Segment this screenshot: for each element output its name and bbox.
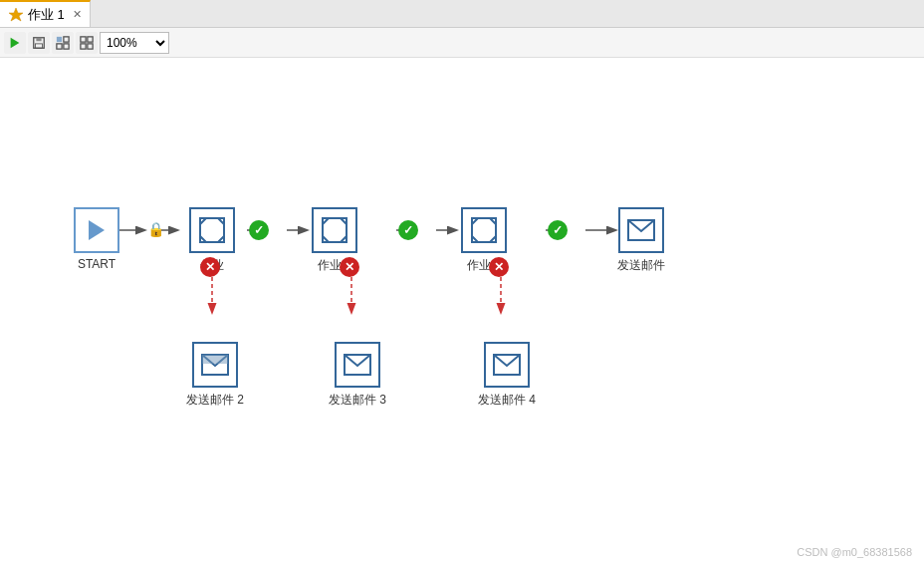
mail2-envelope-icon	[201, 354, 229, 376]
tab-job1[interactable]: 作业 1 ✕	[0, 0, 91, 27]
tab-icon	[8, 7, 24, 23]
job1-fail-badge: ✕	[200, 257, 220, 277]
properties-button[interactable]	[52, 32, 74, 54]
job1-success-badge: ✓	[249, 220, 269, 240]
svg-rect-3	[36, 37, 41, 41]
svg-rect-7	[57, 43, 62, 48]
job1-expand-icon	[198, 216, 226, 244]
properties-icon	[56, 36, 70, 50]
mail3-envelope-icon	[344, 354, 371, 376]
lock-icon: 🔒	[147, 221, 164, 237]
job2-x-icon: ✕	[340, 257, 359, 277]
job2-box	[312, 207, 357, 253]
job3-success-badge: ✓	[548, 220, 568, 240]
canvas: START 🔒 作业 ✕ ✓	[0, 58, 924, 566]
save-icon	[32, 36, 46, 50]
flow-svg	[0, 58, 924, 566]
svg-rect-10	[88, 36, 93, 41]
mail3-label: 发送邮件 3	[329, 392, 386, 409]
mail2-box	[192, 342, 238, 388]
mail2-label: 发送邮件 2	[186, 392, 244, 409]
grid-button[interactable]	[76, 32, 98, 54]
job2-fail-badge: ✕	[340, 257, 359, 277]
mail4-envelope-icon	[493, 354, 521, 376]
svg-rect-5	[57, 36, 62, 41]
run-button[interactable]	[4, 32, 26, 54]
svg-rect-12	[88, 43, 93, 48]
svg-marker-1	[11, 37, 20, 48]
watermark: CSDN @m0_68381568	[797, 546, 912, 558]
job3-box	[461, 207, 507, 253]
job2-success-badge: ✓	[398, 220, 418, 240]
job2-check-icon: ✓	[398, 220, 418, 240]
lock-connector: 🔒	[147, 220, 164, 238]
job1-check-icon: ✓	[249, 220, 269, 240]
watermark-text: CSDN @m0_68381568	[797, 546, 912, 558]
job3-fail-badge: ✕	[489, 257, 509, 277]
tab-close-button[interactable]: ✕	[73, 8, 82, 21]
start-label: START	[78, 257, 116, 271]
mail3-node[interactable]: 发送邮件 3	[329, 342, 386, 409]
svg-rect-11	[81, 43, 86, 48]
mail4-node[interactable]: 发送邮件 4	[478, 342, 536, 409]
job1-x-icon: ✕	[200, 257, 220, 277]
svg-rect-8	[64, 43, 69, 48]
job3-expand-icon	[470, 216, 498, 244]
tab-bar: 作业 1 ✕	[0, 0, 924, 28]
start-node[interactable]: START	[74, 207, 119, 271]
svg-rect-9	[81, 36, 86, 41]
start-box	[74, 207, 119, 253]
save-button[interactable]	[28, 32, 50, 54]
mail1-label: 发送邮件	[617, 257, 665, 274]
zoom-select[interactable]: 100% ∨ 50% 75% 100% 125% 150%	[100, 32, 169, 54]
run-icon	[8, 36, 22, 50]
mail4-label: 发送邮件 4	[478, 392, 536, 409]
grid-icon	[80, 36, 94, 50]
job3-x-icon: ✕	[489, 257, 509, 277]
start-triangle-icon	[89, 220, 105, 240]
tab-title: 作业 1	[28, 6, 65, 24]
job3-check-icon: ✓	[548, 220, 568, 240]
svg-rect-29	[202, 355, 228, 364]
toolbar: 100% ∨ 50% 75% 100% 125% 150%	[0, 28, 924, 58]
window: 作业 1 ✕	[0, 0, 924, 566]
job1-box	[189, 207, 235, 253]
mail4-box	[484, 342, 530, 388]
mail2-node[interactable]: 发送邮件 2	[186, 342, 244, 409]
job2-expand-icon	[321, 216, 348, 244]
mail1-box	[618, 207, 664, 253]
svg-marker-0	[9, 8, 23, 21]
svg-rect-6	[64, 36, 69, 41]
mail1-node[interactable]: 发送邮件	[617, 207, 665, 274]
mail3-box	[335, 342, 380, 388]
mail1-envelope-icon	[627, 219, 655, 241]
